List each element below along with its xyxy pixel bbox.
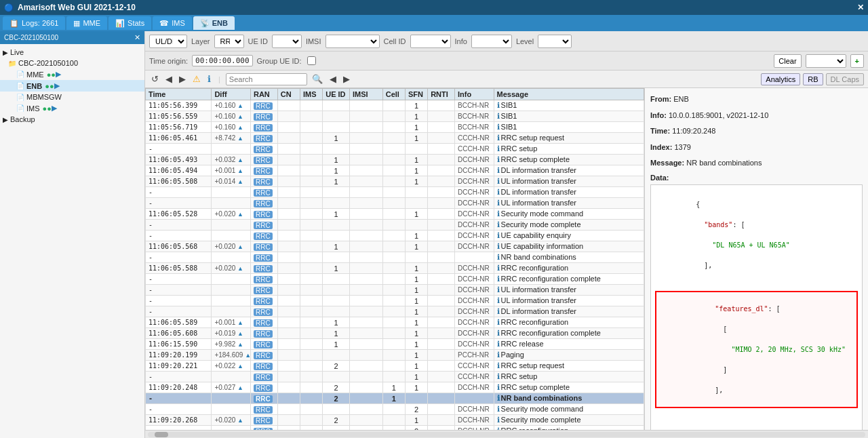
table-row[interactable]: 11:05:56.399 +0.160 ▲ RRC 1 BCCH-NR ℹSIB… [146, 100, 644, 111]
table-row[interactable]: - RRC CCCH-NR ℹRRC setup [146, 144, 644, 155]
cell-ueid: 1 [323, 133, 350, 144]
ims-play-icon[interactable]: ▶ [52, 104, 57, 113]
cell-rnti [428, 339, 455, 350]
sidebar-item-ims[interactable]: 📄 IMS ● ● ▶ [0, 102, 144, 114]
level-select[interactable] [538, 35, 572, 48]
analytics-button[interactable]: Analytics [761, 73, 800, 85]
info-icon[interactable]: ℹ [205, 73, 213, 85]
cell-ueid [323, 198, 350, 209]
tab-logs[interactable]: 📋 Logs: 2661 [3, 16, 65, 30]
table-row[interactable]: 11:06:05.588 +0.020 ▲ RRC 1 1 DCCH-NR ℹR… [146, 263, 644, 274]
close-icon[interactable]: ✕ [857, 3, 864, 12]
table-row[interactable]: 11:06:05.461 +8.742 ▲ RRC 1 1 CCCH-NR ℹR… [146, 133, 644, 144]
table-row[interactable]: - RRC DCCH-NR ℹDL information transfer [146, 187, 644, 198]
table-row[interactable]: 11:06:05.494 +0.001 ▲ RRC 1 1 DCCH-NR ℹD… [146, 165, 644, 176]
table-row[interactable]: 11:06:05.493 +0.032 ▲ RRC 1 1 DCCH-NR ℹR… [146, 155, 644, 165]
warning-icon[interactable]: ⚠ [191, 73, 203, 85]
cell-ran: RRC [250, 187, 277, 198]
tab-enb[interactable]: 📡 ENB [193, 16, 235, 30]
scrollbar-thumb[interactable] [155, 432, 168, 437]
table-row[interactable]: - RRC 1 DCCH-NR ℹUL information transfer [146, 296, 644, 306]
cell-imsi [350, 285, 383, 296]
sidebar-item-cbc[interactable]: 📁 CBC-2021050100 [0, 58, 144, 68]
table-header-row: Time Diff RAN CN IMS UE ID IMSI Cell SFN… [146, 89, 644, 100]
table-row[interactable]: - RRC 1 CCCH-NR ℹRRC setup [146, 372, 644, 382]
sidebar-close-icon[interactable]: ✕ [134, 33, 140, 42]
cell-ran: RRC [250, 165, 277, 176]
table-row[interactable]: 11:09:20.221 +0.022 ▲ RRC 2 1 CCCH-NR ℹR… [146, 361, 644, 372]
cell-diff: +0.022 ▲ [212, 361, 251, 372]
table-row[interactable]: 11:05:56.559 +0.160 ▲ RRC 1 BCCH-NR ℹSIB… [146, 111, 644, 122]
cell-ran: RRC [250, 382, 277, 393]
table-row[interactable]: 11:05:56.719 +0.160 ▲ RRC 1 BCCH-NR ℹSIB… [146, 122, 644, 133]
back-icon[interactable]: ◀ [163, 73, 174, 85]
table-row[interactable]: - RRC 2 1 ℹNR band combinations [146, 393, 644, 404]
cell-sfn: 1 [405, 111, 427, 122]
table-row[interactable]: - RRC ℹNR band combinations [146, 252, 644, 263]
table-row[interactable]: 11:06:05.568 +0.020 ▲ RRC 1 1 DCCH-NR ℹU… [146, 241, 644, 252]
refresh-icon[interactable]: ↺ [149, 73, 161, 85]
sidebar-item-backup[interactable]: ▶ Backup [0, 114, 144, 125]
sidebar-header: CBC-2021050100 ✕ [0, 31, 144, 44]
table-row[interactable]: 11:09:20.268 +0.020 ▲ RRC 2 1 DCCH-NR ℹS… [146, 415, 644, 426]
sidebar-item-mbmsgw[interactable]: 📄 MBMSGW [0, 92, 144, 102]
cell-ueid [323, 274, 350, 285]
dl-caps-button[interactable]: DL Caps [826, 73, 864, 85]
uldl-select[interactable]: UL/DL [149, 35, 187, 48]
clear-button[interactable]: Clear [774, 54, 801, 68]
tab-stats[interactable]: 📊 Stats [108, 16, 151, 30]
table-row[interactable]: - RRC 2 DCCH-NR ℹSecurity mode command [146, 404, 644, 415]
cell-cn [277, 274, 300, 285]
table-row[interactable]: - RRC 1 DCCH-NR ℹDL information transfer [146, 306, 644, 317]
cell-rnti [428, 231, 455, 241]
ueid-select[interactable] [272, 35, 302, 48]
layer-select[interactable]: RRC [214, 35, 244, 48]
table-row[interactable]: 11:06:05.589 +0.001 ▲ RRC 1 1 DCCH-NR ℹR… [146, 317, 644, 328]
cell-sfn: 1 [405, 209, 427, 220]
table-row[interactable]: 11:06:05.508 +0.014 ▲ RRC 1 1 DCCH-NR ℹU… [146, 176, 644, 187]
cell-sfn [405, 252, 427, 263]
search-input[interactable] [226, 73, 307, 85]
table-row[interactable]: 11:09:20.248 +0.027 ▲ RRC 2 1 1 DCCH-NR … [146, 382, 644, 393]
table-row[interactable]: - RRC 1 DCCH-NR ℹRRC reconfiguration com… [146, 274, 644, 285]
cell-cn [277, 100, 300, 111]
forward-icon[interactable]: ▶ [177, 73, 188, 85]
mme-play-icon[interactable]: ▶ [56, 70, 61, 79]
search-icon[interactable]: 🔍 [310, 73, 325, 85]
filter-select[interactable] [806, 54, 846, 68]
horizontal-scrollbar[interactable] [148, 432, 865, 437]
prev-result-icon[interactable]: ◀ [328, 73, 338, 85]
cellid-select[interactable] [410, 35, 451, 48]
cell-cell [382, 317, 405, 328]
sidebar-item-enb[interactable]: 📄 ENB ● ● ▶ [0, 80, 144, 92]
group-ueid-checkbox[interactable] [307, 56, 316, 65]
table-row[interactable]: - RRC DCCH-NR ℹSecurity mode complete [146, 220, 644, 231]
cell-cell [382, 404, 405, 415]
next-result-icon[interactable]: ▶ [341, 73, 352, 85]
time-origin-display: 00:00:00.000 [192, 55, 252, 66]
tab-mme[interactable]: ▦ MME [66, 16, 107, 30]
table-row[interactable]: - RRC 1 DCCH-NR ℹUE capability enquiry [146, 231, 644, 241]
sidebar-item-live[interactable]: ▶ Live [0, 47, 144, 58]
table-row[interactable]: - RRC 1 DCCH-NR ℹUL information transfer [146, 285, 644, 296]
table-row[interactable]: 11:06:05.608 +0.019 ▲ RRC 1 1 DCCH-NR ℹR… [146, 328, 644, 339]
info-select[interactable] [471, 35, 512, 48]
cell-message: ℹRRC setup [494, 144, 644, 155]
sidebar-item-mme[interactable]: 📄 MME ● ● ▶ [0, 68, 144, 80]
cell-sfn: 1 [405, 317, 427, 328]
table-row[interactable]: - RRC DCCH-NR ℹUL information transfer [146, 198, 644, 209]
cell-ran: RRC [250, 176, 277, 187]
table-row[interactable]: 11:09:20.199 +184.609 ▲ RRC 1 PCCH-NR ℹP… [146, 350, 644, 361]
enb-play-icon[interactable]: ▶ [54, 81, 60, 90]
imsi-select[interactable] [326, 35, 380, 48]
cell-info: DCCH-NR [455, 241, 494, 252]
cell-cell [382, 155, 405, 165]
add-filter-button[interactable]: + [850, 54, 864, 68]
cell-ran: RRC [250, 350, 277, 361]
rb-button[interactable]: RB [803, 73, 823, 85]
tab-ims[interactable]: ☎ IMS [153, 16, 192, 30]
cell-message: ℹRRC setup request [494, 133, 644, 144]
table-row[interactable]: 11:06:05.528 +0.020 ▲ RRC 1 1 DCCH-NR ℹS… [146, 209, 644, 220]
mbmsgw-icon: 📄 [16, 94, 24, 101]
table-row[interactable]: 11:06:15.590 +9.982 ▲ RRC 1 1 DCCH-NR ℹR… [146, 339, 644, 350]
